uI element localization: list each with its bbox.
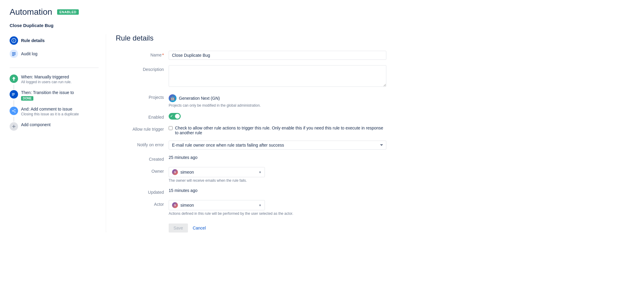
name-input[interactable]	[169, 51, 386, 60]
main-content: Rule details Name* Description	[106, 34, 634, 233]
rule-details-form: Name* Description Projects	[116, 51, 386, 233]
allow-trigger-checkbox[interactable]	[169, 126, 173, 130]
name-control	[169, 51, 386, 60]
form-row-projects: Projects 🤖 Generation Next (GN) Projects…	[116, 93, 386, 108]
step-add[interactable]: Add component	[10, 119, 99, 134]
save-button[interactable]: Save	[169, 223, 188, 233]
step-when[interactable]: When: Manually triggered All logged in u…	[10, 71, 99, 87]
svg-rect-4	[12, 54, 16, 55]
actor-name: simeon	[180, 203, 256, 208]
name-label: Name*	[116, 51, 164, 57]
description-label: Description	[116, 65, 164, 72]
toggle-slider: ✓	[169, 113, 181, 120]
actor-avatar: S	[172, 202, 178, 208]
created-value: 25 minutes ago	[169, 155, 386, 160]
step-when-subtitle: All logged in users can run rule.	[21, 80, 99, 84]
step-when-content: When: Manually triggered All logged in u…	[21, 74, 99, 84]
step-and-title: And: Add comment to issue	[21, 107, 99, 111]
rule-details-icon: i	[10, 36, 18, 45]
workflow-steps: When: Manually triggered All logged in u…	[10, 71, 99, 134]
svg-point-10	[14, 109, 15, 110]
svg-rect-6	[12, 93, 15, 94]
enabled-label: Enabled	[116, 113, 164, 120]
owner-hint: The owner will receive emails when the r…	[169, 178, 386, 183]
step-then-icon	[10, 90, 18, 99]
form-row-notify: Notify on error E-mail rule owner once w…	[116, 141, 386, 150]
owner-chevron-icon: ▼	[259, 171, 262, 174]
svg-rect-7	[12, 94, 15, 95]
form-row-enabled: Enabled ✓	[116, 113, 386, 120]
step-and-icon	[10, 107, 18, 115]
step-add-content: Add component	[21, 122, 99, 127]
description-control	[169, 65, 386, 88]
page-title: Automation	[10, 7, 52, 17]
owner-avatar: S	[172, 169, 178, 175]
actor-label: Actor	[116, 200, 164, 207]
allow-trigger-text: Check to allow other rule actions to tri…	[175, 126, 386, 135]
enabled-badge: ENABLED	[57, 9, 79, 15]
form-row-updated: Updated 15 minutes ago	[116, 188, 386, 195]
svg-line-13	[13, 111, 15, 112]
step-and-subtitle: Closing this issue as it is a duplicate	[21, 112, 99, 116]
breadcrumb: Close Duplicate Bug	[10, 23, 634, 28]
notify-select[interactable]: E-mail rule owner once when rule starts …	[169, 141, 386, 150]
enabled-toggle[interactable]: ✓	[169, 113, 181, 120]
svg-point-9	[12, 110, 13, 111]
owner-label: Owner	[116, 167, 164, 174]
owner-select[interactable]: S simeon ▼	[169, 167, 265, 177]
actor-chevron-icon: ▼	[259, 204, 262, 207]
form-row-actor: Actor S simeon ▼ Actions defined in t	[116, 200, 386, 216]
step-when-title: When: Manually triggered	[21, 74, 99, 79]
svg-rect-5	[12, 56, 14, 56]
sidebar-item-rule-details-label: Rule details	[21, 38, 45, 43]
project-hint: Projects can only be modified in the glo…	[169, 103, 386, 108]
audit-log-icon	[10, 50, 18, 58]
updated-value: 15 minutes ago	[169, 188, 386, 193]
owner-name: simeon	[180, 170, 256, 175]
step-and[interactable]: And: Add comment to issue Closing this i…	[10, 104, 99, 119]
form-row-description: Description	[116, 65, 386, 88]
form-row-created: Created 25 minutes ago	[116, 155, 386, 162]
sidebar-nav: i Rule details Audit log	[10, 34, 99, 60]
actor-select[interactable]: S simeon ▼	[169, 200, 265, 210]
step-add-icon	[10, 122, 18, 131]
created-label: Created	[116, 155, 164, 162]
projects-label: Projects	[116, 93, 164, 100]
svg-rect-3	[12, 53, 16, 54]
svg-line-12	[13, 110, 15, 111]
sidebar-item-audit-log[interactable]: Audit log	[10, 47, 99, 60]
sidebar-item-rule-details[interactable]: i Rule details	[10, 34, 99, 47]
form-row-name: Name*	[116, 51, 386, 60]
notify-label: Notify on error	[116, 141, 164, 147]
step-and-content: And: Add comment to issue Closing this i…	[21, 107, 99, 116]
actor-control: S simeon ▼ Actions defined in this rule …	[169, 200, 386, 216]
created-text: 25 minutes ago	[169, 153, 198, 160]
step-then[interactable]: Then: Transition the issue to DONE	[10, 87, 99, 104]
updated-label: Updated	[116, 188, 164, 195]
step-add-title: Add component	[21, 122, 99, 127]
actor-hint: Actions defined in this rule will be per…	[169, 211, 386, 216]
allow-trigger-control: Check to allow other rule actions to tri…	[169, 125, 386, 135]
owner-control: S simeon ▼ The owner will receive emails…	[169, 167, 386, 183]
enabled-control: ✓	[169, 113, 386, 120]
svg-rect-8	[12, 95, 14, 96]
sidebar-item-audit-log-label: Audit log	[21, 51, 37, 56]
form-row-allow-trigger: Allow rule trigger Check to allow other …	[116, 125, 386, 135]
form-actions: Save Cancel	[169, 221, 386, 233]
step-then-content: Then: Transition the issue to DONE	[21, 90, 99, 101]
project-display: 🤖 Generation Next (GN)	[169, 93, 386, 102]
sidebar-divider	[10, 68, 99, 68]
projects-control: 🤖 Generation Next (GN) Projects can only…	[169, 93, 386, 108]
step-then-badge: DONE	[21, 96, 33, 101]
step-when-icon	[10, 74, 18, 83]
svg-rect-15	[12, 126, 15, 127]
svg-text:i: i	[14, 39, 14, 42]
cancel-button[interactable]: Cancel	[192, 223, 207, 233]
form-row-owner: Owner S simeon ▼ The owner will recei	[116, 167, 386, 183]
sidebar: i Rule details Audit log	[10, 34, 106, 233]
project-avatar: 🤖	[169, 94, 176, 102]
svg-point-11	[14, 111, 15, 112]
description-input[interactable]	[169, 65, 386, 87]
updated-text: 15 minutes ago	[169, 186, 198, 193]
project-name: Generation Next (GN)	[179, 96, 220, 101]
